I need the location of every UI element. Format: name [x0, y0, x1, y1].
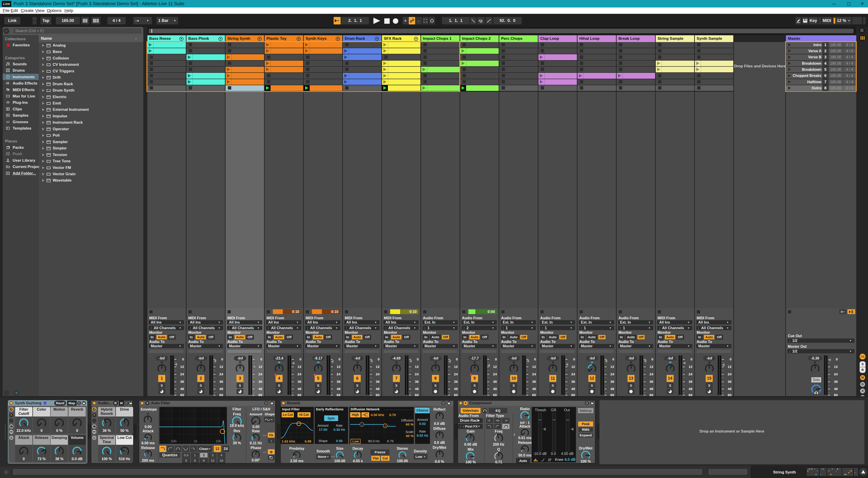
- svg-text:2: 2: [384, 424, 386, 427]
- svg-text:1: 1: [361, 423, 363, 426]
